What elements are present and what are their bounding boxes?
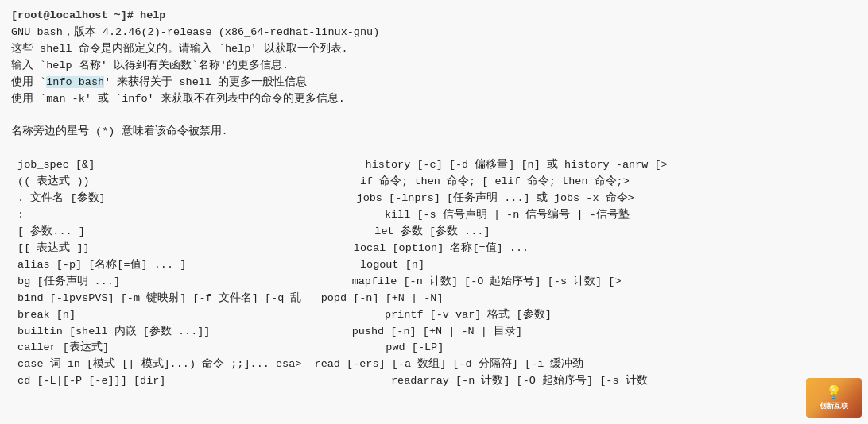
terminal-line: case 词 in [模式 [| 模式]...) 命令 ;;]... esa> … [11, 357, 857, 373]
watermark-icon: 💡 [826, 384, 842, 400]
terminal-line: builtin [shell 内嵌 [参数 ...]] pushd [-n] [… [11, 324, 857, 341]
terminal-line: bg [任务声明 ...] mapfile [-n 计数] [-O 起始序号] … [11, 274, 857, 291]
terminal-line: break [n] printf [-v var] 格式 [参数] [11, 307, 857, 324]
watermark-text: 创新互联 [820, 402, 848, 411]
terminal-line: 使用 `info bash' 来获得关于 shell 的更多一般性信息 [11, 75, 857, 91]
terminal-line: alias [-p] [名称[=值] ... ] logout [n] [11, 257, 857, 274]
terminal-line: : kill [-s 信号声明 | -n 信号编号 | -信号塾 [11, 207, 857, 224]
terminal-line [11, 141, 857, 157]
terminal-line [11, 108, 857, 125]
terminal-line: [ 参数... ] let 参数 [参数 ...] [11, 224, 857, 241]
terminal-window: [root@localhost ~]# help GNU bash，版本 4.2… [0, 0, 868, 424]
terminal-prompt: [root@localhost ~]# help [11, 8, 857, 25]
terminal-line: . 文件名 [参数] jobs [-lnprs] [任务声明 ...] 或 jo… [11, 191, 857, 207]
terminal-line: caller [表达式] pwd [-LP] [11, 340, 857, 357]
terminal-line: [[ 表达式 ]] local [option] 名称[=值] ... [11, 241, 857, 257]
terminal-line: job_spec [&] history [-c] [-d 偏移量] [n] 或… [11, 157, 857, 174]
info-bash-highlight: info bash [46, 76, 104, 88]
terminal-line: bind [-lpvsPVS] [-m 键映射] [-f 文件名] [-q 乱 … [11, 291, 857, 307]
terminal-line: 这些 shell 命令是内部定义的。请输入 `help' 以获取一个列表. [11, 41, 857, 58]
watermark: 💡 创新互联 [806, 378, 862, 418]
terminal-line: 输入 `help 名称' 以得到有关函数`名称'的更多信息. [11, 58, 857, 75]
terminal-line: (( 表达式 )) if 命令; then 命令; [ elif 命令; the… [11, 174, 857, 191]
terminal-line: 使用 `man -k' 或 `info' 来获取不在列表中的命令的更多信息. [11, 91, 857, 108]
terminal-line: GNU bash，版本 4.2.46(2)-release (x86_64-re… [11, 25, 857, 41]
terminal-line: cd [-L|[-P [-e]]] [dir] readarray [-n 计数… [11, 373, 857, 390]
terminal-line: 名称旁边的星号 (*) 意味着该命令被禁用. [11, 124, 857, 141]
terminal-output: GNU bash，版本 4.2.46(2)-release (x86_64-re… [11, 25, 857, 390]
